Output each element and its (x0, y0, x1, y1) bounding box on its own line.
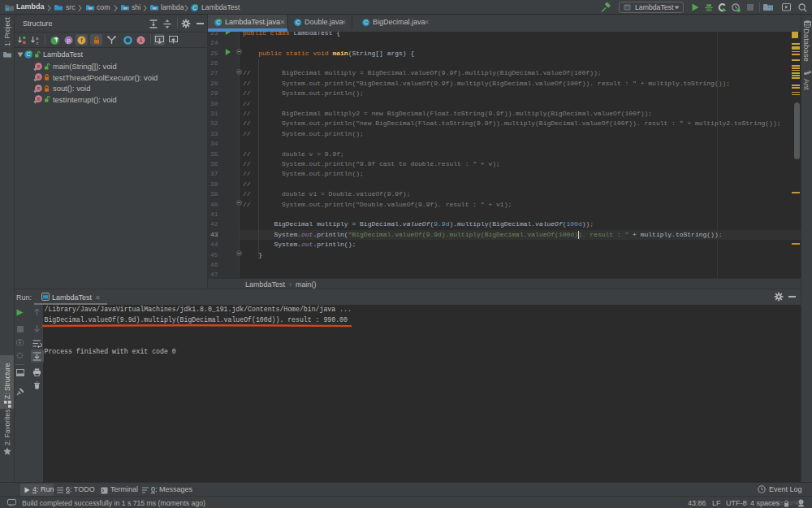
svg-text:m: m (37, 97, 40, 102)
svg-text:C: C (296, 20, 300, 25)
svg-text:C: C (364, 20, 368, 25)
svg-text:p: p (67, 37, 70, 44)
svg-text:λ: λ (140, 37, 143, 43)
svg-text:m: m (37, 75, 40, 80)
svg-text:m: m (37, 64, 40, 70)
svg-text:m: m (37, 86, 40, 92)
svg-text:z: z (36, 40, 38, 45)
